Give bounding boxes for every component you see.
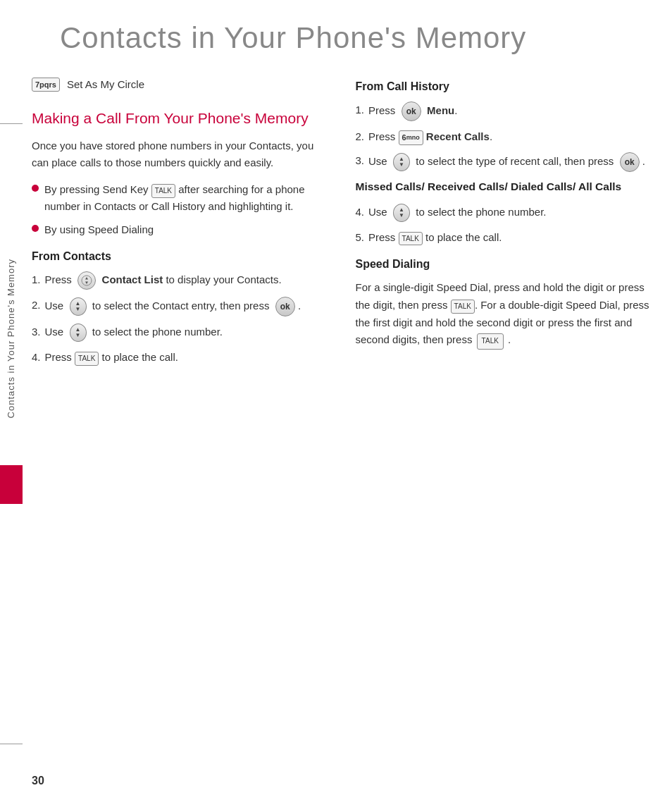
right-column: From Call History 1. Press ok Menu. 2. P… [356,76,652,350]
history-step-num-5: 5. [356,229,365,245]
talk-key-ch5: TALK [399,232,423,246]
page-number: 30 [32,775,44,787]
history-step-num-4: 4. [356,204,365,220]
contacts-step-3: 3. Use ▲▼ to select the phone number. [32,324,328,342]
recent-calls-bold: Recent Calls [426,130,490,142]
up-down-icon-3: ▲▼ [70,324,87,342]
up-down-icon-2: ▲▼ [70,297,87,316]
main-content: Contacts in Your Phone's Memory 7pqrs Se… [32,0,651,373]
contact-list-nav-icon [77,271,96,290]
7pqrs-key-badge: 7pqrs [32,78,60,92]
step-3-content: Use ▲▼ to select the phone number. [45,324,328,342]
step-num-2: 2. [32,297,41,313]
step-1-content: Press Contact List to display your Conta… [45,271,328,290]
history-step-5: 5. Press TALK to place the call. [356,229,652,246]
bullet-item-1: By pressing Send Key TALK after searchin… [32,181,328,214]
ok-icon-ch3: ok [620,152,640,172]
history-step-5-content: Press TALK to place the call. [368,229,651,246]
history-step-4-content: Use ▲▼ to select the phone number. [368,204,651,222]
history-step-num-3: 3. [356,152,365,168]
page-title: Contacts in Your Phone's Memory [32,21,651,55]
history-step-3: 3. Use ▲▼ to select the type of recent c… [356,152,652,172]
svg-marker-1 [85,277,88,280]
step-2-content: Use ▲▼ to select the Contact entry, then… [45,297,328,316]
menu-bold: Menu [427,104,454,116]
sidebar-tab-label: Contacts in Your Phone's Memory [5,259,18,418]
contacts-step-2: 2. Use ▲▼ to select the Contact entry, t… [32,297,328,316]
history-step-1: 1. Press ok Menu. [356,101,652,121]
bullet-1-text: By pressing Send Key TALK after searchin… [44,181,328,214]
talk-key-badge-bullet: TALK [151,184,175,198]
contacts-step-1: 1. Press Contact List to display your Co… [32,271,328,290]
up-down-icon-ch3: ▲▼ [393,153,410,171]
talk-key-contacts-4: TALK [75,352,99,366]
step-num-4: 4. [32,349,41,365]
speed-dialing-heading: Speed Dialing [356,258,652,271]
ok-icon-menu: ok [402,101,421,121]
contacts-step-4: 4. Press TALK to place the call. [32,349,328,366]
up-down-icon-ch4: ▲▼ [393,204,410,222]
step-4-content: Press TALK to place the call. [45,349,328,366]
from-contacts-heading: From Contacts [32,250,328,263]
history-step-1-content: Press ok Menu. [368,101,651,121]
history-step-2: 2. Press 6mno Recent Calls. [356,128,652,145]
contact-list-bold: Contact List [102,273,163,285]
sidebar-line-bottom [0,744,23,744]
history-step-2-content: Press 6mno Recent Calls. [368,128,651,145]
bullet-dot-2 [32,225,39,232]
set-my-circle-text: Set As My Circle [67,76,144,93]
history-step-4: 4. Use ▲▼ to select the phone number. [356,204,652,222]
svg-marker-2 [85,282,88,285]
speed-dialing-body: For a single-digit Speed Dial, press and… [356,279,652,350]
sidebar-line-top [0,123,23,124]
bullet-2-text: By using Speed Dialing [44,221,154,238]
making-a-call-body: Once you have stored phone numbers in yo… [32,137,328,171]
history-step-3-content: Use ▲▼ to select the type of recent call… [368,152,651,172]
from-call-history-heading: From Call History [356,80,652,93]
columns-layout: 7pqrs Set As My Circle Making a Call Fro… [32,76,651,373]
bullet-dot-1 [32,185,39,192]
set-my-circle-row: 7pqrs Set As My Circle [32,76,328,93]
talk-key-sd2: TALK [477,333,504,350]
step-num-1: 1. [32,271,41,288]
history-step-num-2: 2. [356,128,365,144]
making-a-call-heading: Making a Call From Your Phone's Memory [32,109,328,128]
left-column: 7pqrs Set As My Circle Making a Call Fro… [32,76,328,373]
bullet-item-2: By using Speed Dialing [32,221,328,238]
6mno-key-badge: 6mno [399,130,423,145]
page-container: Contacts in Your Phone's Memory Contacts… [0,0,672,807]
sidebar-accent [0,465,23,504]
ok-icon-2: ok [275,297,295,316]
step-num-3: 3. [32,324,41,340]
missed-calls-heading: Missed Calls/ Received Calls/ Dialed Cal… [356,179,652,195]
bullet-list: By pressing Send Key TALK after searchin… [32,181,328,238]
talk-key-sd1: TALK [451,300,475,314]
history-step-num-1: 1. [356,101,365,118]
